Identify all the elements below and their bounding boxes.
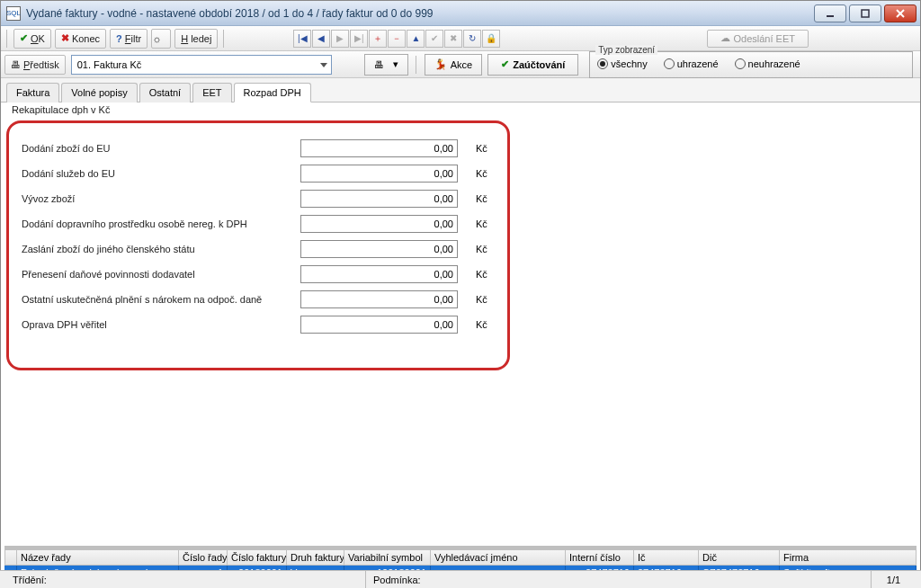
grid-header-cislofaktury[interactable]: Číslo faktury — [228, 549, 287, 566]
grid-header-druh[interactable]: Druh faktury — [287, 549, 344, 566]
konec-button[interactable]: ✖Konec — [55, 29, 106, 49]
filtr-button[interactable]: ?Filtr — [110, 29, 148, 49]
unit-kc: Kč — [476, 294, 487, 305]
app-icon: SQL — [6, 6, 21, 21]
tab-volne-popisy[interactable]: Volné popisy — [61, 83, 137, 102]
window-title: Vydané faktury - vodné - nastavené obdob… — [26, 7, 814, 20]
tab-faktura[interactable]: Faktura — [6, 83, 59, 102]
akce-button[interactable]: 💃 Akce — [425, 54, 482, 76]
predtisk-combo-value: 01. Faktura Kč — [77, 59, 142, 70]
title-bar: SQL Vydané faktury - vodné - nastavené o… — [1, 1, 920, 26]
status-bar: Třídění: Podmínka: 1/1 — [0, 570, 921, 588]
minimize-button[interactable] — [814, 4, 846, 22]
label-zaslani-zbozi: Zaslání zboží do jiného členského státu — [22, 244, 300, 254]
unit-kc: Kč — [476, 269, 487, 280]
grid-header-dic[interactable]: Dič — [699, 549, 780, 566]
printer-small-icon: 🖶 — [374, 59, 384, 70]
grid-header-vyhled[interactable]: Vyhledávací jméno — [431, 549, 566, 566]
record-navigator: |◀ ◀ ▶ ▶| ＋ － ▲ ✔ ✖ ↻ 🔒 — [293, 30, 500, 48]
nav-up-button[interactable]: ▲ — [407, 30, 425, 48]
highlight-box: Dodání zboží do EU Kč Dodání služeb do E… — [6, 120, 510, 370]
label-oprava-dph: Oprava DPH věřitel — [22, 319, 300, 330]
hledej-button[interactable]: Hledej — [174, 29, 218, 49]
status-page: 1/1 — [871, 571, 916, 588]
grid-header-varsym[interactable]: Variabilní symbol — [344, 549, 431, 566]
unit-kc: Kč — [476, 218, 487, 229]
grid-header-interni[interactable]: Interní číslo — [566, 549, 634, 566]
tab-rozpad-dph[interactable]: Rozpad DPH — [234, 83, 311, 102]
status-podminka: Podmínka: — [365, 571, 833, 588]
label-ostatni-plneni: Ostatní uskutečněná plnění s nárokem na … — [22, 294, 300, 305]
nav-delete-button[interactable]: － — [388, 30, 406, 48]
zauctovani-button[interactable]: ✔ Zaúčtování — [487, 54, 578, 76]
typ-zobrazeni-legend: Typ zobrazení — [595, 45, 657, 55]
grid-header-ic[interactable]: Ič — [634, 549, 699, 566]
label-dodani-zbozi-eu: Dodání zboží do EU — [22, 143, 300, 154]
content-area: Faktura Volné popisy Ostatní EET Rozpad … — [1, 78, 920, 587]
print-button[interactable]: 🖶▾ — [364, 54, 408, 76]
typ-zobrazeni-group: Typ zobrazení všechny uhrazené neuhrazen… — [589, 51, 913, 78]
grid-header-nazev[interactable]: Název řady — [17, 549, 179, 566]
unit-kc: Kč — [476, 143, 487, 154]
tab-ostatni[interactable]: Ostatní — [139, 83, 191, 102]
input-dodani-dopravniho[interactable] — [300, 215, 458, 233]
input-zaslani-zbozi[interactable] — [300, 240, 458, 258]
radio-neuhrazene[interactable]: neuhrazené — [735, 58, 800, 69]
toolbar-main: ✔OK ✖Konec ?Filtr ☼ Hledej |◀ ◀ ▶ ▶| ＋ －… — [1, 26, 920, 51]
unit-kc: Kč — [476, 193, 487, 204]
nav-prev-button[interactable]: ◀ — [312, 30, 330, 48]
row-dodani-sluzeb-eu: Dodání služeb do EU Kč — [22, 165, 495, 183]
input-vyvoz-zbozi[interactable] — [300, 190, 458, 208]
predtisk-combo[interactable]: 01. Faktura Kč — [71, 55, 332, 75]
group-label-rekapitulace: Rekapitulace dph v Kč — [1, 102, 920, 115]
eet-send-button[interactable]: ☁ Odeslání EET — [707, 30, 809, 48]
nav-lock-button[interactable]: 🔒 — [482, 30, 500, 48]
tab-eet[interactable]: EET — [192, 83, 231, 102]
row-preneseni-danove: Přenesení daňové povinnosti dodavatel Kč — [22, 265, 495, 283]
toolbar-secondary: 🖶 Předtisk 01. Faktura Kč 🖶▾ 💃 Akce ✔ Za… — [1, 51, 920, 78]
row-vyvoz-zbozi: Vývoz zboží Kč — [22, 190, 495, 208]
unit-kc: Kč — [476, 168, 487, 179]
radio-vsechny[interactable]: všechny — [597, 58, 647, 69]
grid-header-firma[interactable]: Firma — [780, 549, 917, 566]
radio-uhrazene[interactable]: uhrazené — [664, 58, 719, 69]
nav-confirm-button[interactable]: ✔ — [425, 30, 443, 48]
input-dodani-sluzeb-eu[interactable] — [300, 165, 458, 183]
filter-extra-button[interactable]: ☼ — [151, 29, 171, 49]
label-preneseni-danove: Přenesení daňové povinnosti dodavatel — [22, 269, 300, 280]
nav-add-button[interactable]: ＋ — [369, 30, 387, 48]
nav-first-button[interactable]: |◀ — [293, 30, 311, 48]
maximize-button[interactable] — [849, 4, 881, 22]
nav-next-button[interactable]: ▶ — [331, 30, 349, 48]
predtisk-button[interactable]: 🖶 Předtisk — [4, 55, 66, 75]
cloud-icon: ☁ — [720, 32, 730, 44]
grid-header-marker[interactable] — [4, 549, 17, 566]
top-tabs: Faktura Volné popisy Ostatní EET Rozpad … — [1, 78, 920, 102]
row-zaslani-zbozi: Zaslání zboží do jiného členského státu … — [22, 240, 495, 258]
nav-last-button[interactable]: ▶| — [350, 30, 368, 48]
row-dodani-zbozi-eu: Dodání zboží do EU Kč — [22, 139, 495, 157]
grid-header-cislorady[interactable]: Číslo řady — [179, 549, 228, 566]
unit-kc: Kč — [476, 319, 487, 330]
unit-kc: Kč — [476, 244, 487, 254]
person-run-icon: 💃 — [434, 58, 447, 70]
input-preneseni-danove[interactable] — [300, 265, 458, 283]
svg-rect-1 — [862, 10, 869, 17]
label-dodani-dopravniho: Dodání dopravního prostředku osobě nereg… — [22, 218, 300, 229]
printer-icon: 🖶 — [11, 59, 21, 70]
input-dodani-zbozi-eu[interactable] — [300, 139, 458, 157]
row-ostatni-plneni: Ostatní uskutečněná plnění s nárokem na … — [22, 290, 495, 308]
row-oprava-dph: Oprava DPH věřitel Kč — [22, 316, 495, 334]
label-dodani-sluzeb-eu: Dodání služeb do EU — [22, 168, 300, 179]
input-ostatni-plneni[interactable] — [300, 290, 458, 308]
nav-refresh-button[interactable]: ↻ — [463, 30, 481, 48]
close-button[interactable] — [884, 4, 917, 22]
ok-button[interactable]: ✔OK — [13, 29, 51, 49]
row-dodani-dopravniho: Dodání dopravního prostředku osobě nereg… — [22, 215, 495, 233]
status-trideni: Třídění: — [5, 571, 365, 588]
nav-cancel-button[interactable]: ✖ — [444, 30, 462, 48]
grid-header: Název řady Číslo řady Číslo faktury Druh… — [4, 549, 917, 566]
label-vyvoz-zbozi: Vývoz zboží — [22, 193, 300, 204]
input-oprava-dph[interactable] — [300, 316, 458, 334]
